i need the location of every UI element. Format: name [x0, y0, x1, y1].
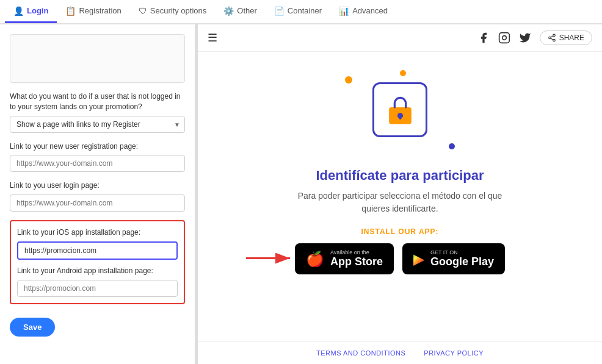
- ios-input[interactable]: [17, 241, 178, 260]
- tab-registration[interactable]: 📋 Registration: [57, 0, 129, 23]
- android-label: Link to your Android app installation pa…: [17, 266, 178, 276]
- privacy-link[interactable]: PRIVACY POLICY: [424, 349, 484, 357]
- app-store-small-text: Available on the: [330, 249, 383, 255]
- save-button[interactable]: Save: [10, 318, 55, 337]
- arrow-indicator: [246, 249, 295, 269]
- main-layout: What do you want to do if a user that is…: [0, 24, 602, 364]
- app-buttons: 🍎 Available on the App Store ▶ GET IT ON…: [295, 243, 505, 274]
- share-icon: [548, 34, 556, 42]
- preview-thumbnail: [10, 34, 185, 83]
- app-store-button[interactable]: 🍎 Available on the App Store: [295, 243, 394, 274]
- preview-content: Identifícate para participar Para poder …: [198, 52, 602, 341]
- dot-orange-tl: [345, 76, 352, 84]
- tab-container[interactable]: 📄 Container: [266, 0, 330, 23]
- svg-rect-9: [399, 115, 401, 119]
- login-link-input[interactable]: [10, 194, 185, 212]
- tab-login[interactable]: 👤 Login: [5, 0, 57, 23]
- dot-orange-tc: [400, 70, 406, 76]
- login-icon: 👤: [13, 6, 24, 16]
- svg-line-6: [551, 36, 553, 37]
- preview-subtitle: Para poder participar selecciona el méto…: [298, 190, 502, 215]
- instagram-icon[interactable]: [498, 32, 510, 44]
- lock-box: [372, 82, 427, 137]
- other-icon: ⚙️: [223, 6, 234, 16]
- tab-security[interactable]: 🛡 Security options: [130, 0, 216, 23]
- share-button[interactable]: SHARE: [540, 30, 592, 45]
- preview-footer: TERMS AND CONDITIONS PRIVACY POLICY: [198, 341, 602, 364]
- registration-link-label: Link to your new user registration page:: [10, 141, 185, 152]
- container-icon: 📄: [274, 6, 285, 16]
- google-play-text: GET IT ON Google Play: [430, 249, 494, 268]
- google-play-button[interactable]: ▶ GET IT ON Google Play: [402, 243, 505, 274]
- top-navigation: 👤 Login 📋 Registration 🛡 Security option…: [0, 0, 602, 24]
- login-link-label: Link to you user login page:: [10, 180, 185, 191]
- app-store-text: Available on the App Store: [330, 249, 383, 268]
- twitter-icon[interactable]: [519, 32, 531, 44]
- lock-illustration: [339, 64, 461, 155]
- svg-point-3: [548, 37, 551, 39]
- left-panel: What do you want to do if a user that is…: [0, 24, 195, 364]
- google-play-icon: ▶: [413, 251, 424, 268]
- android-input[interactable]: [17, 280, 178, 297]
- svg-point-4: [553, 39, 555, 41]
- tab-other[interactable]: ⚙️ Other: [215, 0, 266, 23]
- svg-point-2: [553, 34, 555, 37]
- security-icon: 🛡: [139, 6, 147, 16]
- install-label: INSTALL OUR APP:: [361, 227, 438, 236]
- facebook-icon[interactable]: [477, 32, 490, 44]
- advanced-icon: 📊: [339, 6, 349, 16]
- ios-label: Link to your iOS app installation page:: [17, 227, 178, 238]
- dot-navy-br: [449, 143, 455, 149]
- app-store-big-text: App Store: [330, 255, 383, 268]
- show-page-select-wrapper: Show a page with links to my RegisterRed…: [10, 116, 185, 133]
- svg-line-5: [551, 38, 553, 40]
- registration-icon: 📋: [65, 6, 76, 16]
- app-links-section: Link to your iOS app installation page: …: [10, 220, 185, 304]
- apple-icon: 🍎: [306, 251, 324, 268]
- share-label: SHARE: [559, 34, 584, 42]
- show-page-select[interactable]: Show a page with links to my RegisterRed…: [10, 116, 185, 133]
- google-play-big-text: Google Play: [430, 255, 494, 268]
- svg-rect-0: [499, 33, 509, 43]
- question-label: What do you want to do if a user that is…: [10, 91, 185, 112]
- registration-link-input[interactable]: [10, 155, 185, 172]
- lock-svg: [383, 93, 417, 127]
- terms-link[interactable]: TERMS AND CONDITIONS: [316, 349, 405, 357]
- right-panel: ☰: [198, 24, 602, 364]
- header-right: SHARE: [477, 30, 592, 45]
- preview-title: Identifícate para participar: [316, 168, 484, 184]
- preview-header: ☰: [198, 24, 602, 52]
- hamburger-icon[interactable]: ☰: [208, 31, 217, 45]
- tab-advanced[interactable]: 📊 Advanced: [330, 0, 396, 23]
- google-play-small-text: GET IT ON: [430, 249, 494, 255]
